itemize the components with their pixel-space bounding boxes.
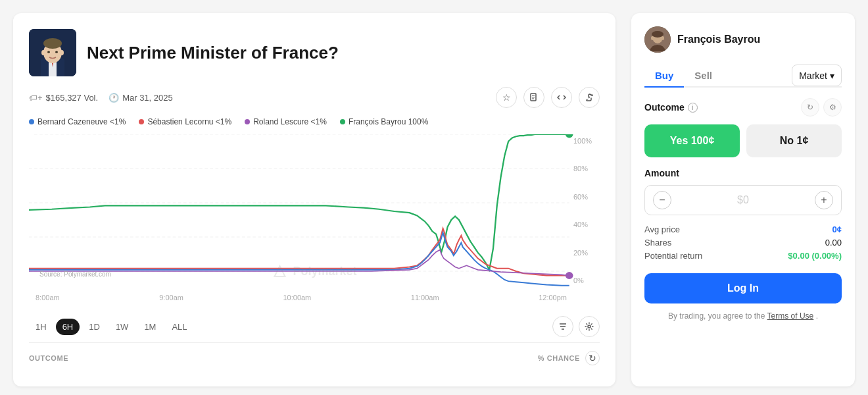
potential-return-value: $0.00 (0.00%) xyxy=(788,251,842,261)
y-label-100: 100% xyxy=(573,137,600,145)
time-btn-1d[interactable]: 1D xyxy=(82,319,107,335)
svg-point-9 xyxy=(55,51,58,53)
date-text: Mar 31, 2025 xyxy=(122,93,173,103)
svg-point-26 xyxy=(588,325,591,328)
outcome-settings-button[interactable]: ⚙ xyxy=(823,98,842,117)
legend-dot-2 xyxy=(245,119,250,124)
svg-point-31 xyxy=(662,36,664,40)
y-label-20: 20% xyxy=(573,249,600,257)
legend-item-3: François Bayrou 100% xyxy=(340,117,428,126)
terms-prefix: By trading, you agree to the xyxy=(668,311,765,321)
amount-value: $0 xyxy=(677,194,809,206)
star-button[interactable]: ☆ xyxy=(496,87,517,108)
header-row: Next Prime Minister of France? xyxy=(29,29,600,76)
x-labels: 8:00am 9:00am 10:00am 11:00am 12:00pm xyxy=(29,290,573,305)
terms-text: By trading, you agree to the Terms of Us… xyxy=(644,311,842,321)
no-button[interactable]: No 1¢ xyxy=(746,124,842,157)
outcome-actions: ↻ ⚙ xyxy=(801,98,842,117)
potential-return-row: Potential return $0.00 (0.00%) xyxy=(644,251,842,261)
chart-container: 100% 80% 60% 40% 20% 0% Source: Polymark… xyxy=(29,134,600,305)
x-label-9am: 9:00am xyxy=(159,294,183,302)
svg-point-30 xyxy=(651,36,654,40)
meta-row: 🏷+ $165,327 Vol. 🕐 Mar 31, 2025 ☆ xyxy=(29,87,600,108)
clock-icon: 🕐 xyxy=(108,93,119,103)
chart-svg xyxy=(29,134,600,305)
market-label: Market xyxy=(799,70,827,81)
amount-decrease-button[interactable]: − xyxy=(653,191,671,209)
svg-point-20 xyxy=(566,272,573,279)
doc-icon xyxy=(529,93,539,102)
watermark-text: Polymarket xyxy=(293,265,356,278)
time-btn-1w[interactable]: 1W xyxy=(109,319,135,335)
sell-tab[interactable]: Sell xyxy=(684,65,723,86)
date-meta: 🕐 Mar 31, 2025 xyxy=(108,93,173,103)
trader-name: François Bayrou xyxy=(677,34,760,45)
question-image xyxy=(29,29,76,76)
x-label-8am: 8:00am xyxy=(36,294,60,302)
page-title: Next Prime Minister of France? xyxy=(87,43,339,63)
time-btn-all[interactable]: ALL xyxy=(165,319,193,335)
main-panel: Next Prime Minister of France? 🏷+ $165,3… xyxy=(13,13,615,386)
legend-row: Bernard Cazeneuve <1% Sébastien Lecornu … xyxy=(29,117,600,126)
y-label-40: 40% xyxy=(573,221,600,228)
legend-label-1: Sébastien Lecornu <1% xyxy=(147,117,231,126)
legend-label-3: François Bayrou 100% xyxy=(349,117,428,126)
volume-text: $165,327 Vol. xyxy=(46,93,99,103)
buy-sell-tabs: Buy Sell Market ▾ xyxy=(644,65,842,88)
vote-meta: 🏷+ $165,327 Vol. xyxy=(29,93,98,103)
legend-label-0: Bernard Cazeneuve <1% xyxy=(37,117,126,126)
outcome-col-label: OUTCOME xyxy=(29,354,68,362)
legend-dot-1 xyxy=(139,119,144,124)
link-button[interactable] xyxy=(579,87,600,108)
market-select[interactable]: Market ▾ xyxy=(792,65,842,86)
outcome-label-row: Outcome i ↻ ⚙ xyxy=(644,98,842,117)
settings-chart-icon xyxy=(585,322,594,331)
time-controls-right xyxy=(552,316,600,337)
buy-tab[interactable]: Buy xyxy=(644,65,684,88)
outcome-buttons: Yes 100¢ No 1¢ xyxy=(644,124,842,157)
svg-point-6 xyxy=(41,50,45,55)
avg-price-value: 0¢ xyxy=(832,224,842,234)
login-button[interactable]: Log In xyxy=(644,273,842,303)
vote-icon[interactable]: 🏷+ xyxy=(29,93,43,103)
shares-label: Shares xyxy=(644,238,671,248)
code-button[interactable] xyxy=(551,87,572,108)
trader-avatar-svg xyxy=(644,26,671,53)
chart-watermark: Polymarket xyxy=(272,263,356,279)
time-btn-6h[interactable]: 6H xyxy=(56,319,80,335)
right-panel: François Bayrou Buy Sell Market ▾ Outcom… xyxy=(631,13,855,386)
filter-button[interactable] xyxy=(552,316,573,337)
outcome-refresh-button[interactable]: ↻ xyxy=(801,98,819,117)
yes-button[interactable]: Yes 100¢ xyxy=(644,124,740,157)
outcome-label: Outcome i xyxy=(644,102,698,113)
chart-source: Source: Polymarket.com xyxy=(39,271,111,278)
legend-dot-3 xyxy=(340,119,345,124)
terms-link[interactable]: Terms of Use xyxy=(767,311,814,321)
svg-point-19 xyxy=(566,134,573,138)
shares-row: Shares 0.00 xyxy=(644,238,842,248)
watermark-icon xyxy=(272,263,287,279)
outcome-info-icon[interactable]: i xyxy=(688,103,698,113)
question-image-svg xyxy=(29,29,76,76)
chance-col: % CHANCE ↻ xyxy=(538,351,600,365)
shares-value: 0.00 xyxy=(825,238,842,248)
link-icon xyxy=(585,93,594,102)
outcome-table-header: OUTCOME % CHANCE ↻ xyxy=(29,342,600,371)
legend-dot-0 xyxy=(29,119,34,124)
amount-input-row: − $0 + xyxy=(644,185,842,215)
refresh-table-button[interactable]: ↻ xyxy=(585,351,600,365)
svg-point-7 xyxy=(60,50,64,55)
doc-button[interactable] xyxy=(523,87,544,108)
legend-item-2: Roland Lescure <1% xyxy=(245,117,327,126)
trader-row: François Bayrou xyxy=(644,26,842,53)
time-controls: 1H 6H 1D 1W 1M ALL xyxy=(29,316,600,337)
amount-label: Amount xyxy=(644,168,842,178)
x-label-10am: 10:00am xyxy=(283,294,311,302)
svg-marker-21 xyxy=(274,266,285,276)
amount-increase-button[interactable]: + xyxy=(815,191,833,209)
settings-chart-button[interactable] xyxy=(579,316,600,337)
time-btn-1h[interactable]: 1H xyxy=(29,319,53,335)
trader-avatar xyxy=(644,26,671,53)
time-btn-1m[interactable]: 1M xyxy=(137,319,162,335)
svg-point-29 xyxy=(652,31,663,38)
